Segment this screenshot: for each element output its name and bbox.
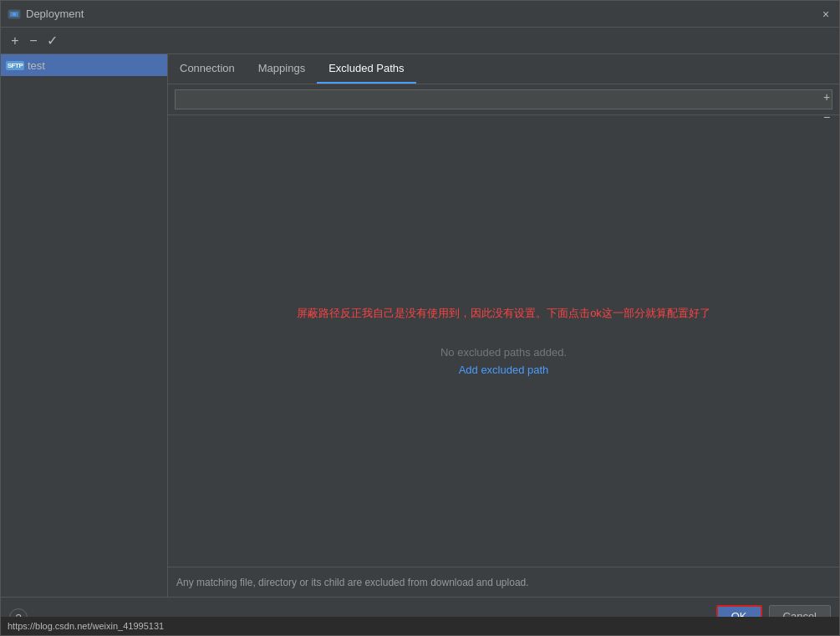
url-tooltip: https://blog.csdn.net/weixin_41995131	[1, 617, 839, 635]
remove-button[interactable]: −	[24, 32, 43, 50]
tab-mappings[interactable]: Mappings	[247, 54, 317, 84]
empty-area: 屏蔽路径反正我自己是没有使用到，因此没有设置。下面点击ok这一部分就算配置好了 …	[168, 115, 839, 567]
no-paths-text: No excluded paths added.	[440, 346, 567, 359]
bottom-bar: Any matching file, directory or its chil…	[168, 567, 839, 597]
sidebar-item-label: test	[28, 59, 45, 72]
deployment-dialog: Deployment × + − ✓ SFTP test Connection …	[0, 0, 840, 636]
tab-connection[interactable]: Connection	[168, 54, 247, 84]
annotation-text: 屏蔽路径反正我自己是没有使用到，因此没有设置。下面点击ok这一部分就算配置好了	[280, 306, 727, 321]
tab-excluded-paths[interactable]: Excluded Paths	[317, 54, 415, 84]
toolbar: + − ✓	[1, 28, 839, 54]
sidebar-item-test[interactable]: SFTP test	[1, 54, 167, 76]
bottom-bar-text: Any matching file, directory or its chil…	[176, 577, 529, 588]
dialog-title: Deployment	[26, 8, 819, 20]
path-input-row	[168, 84, 839, 115]
right-panel: Connection Mappings Excluded Paths + − 屏…	[168, 54, 839, 597]
main-content: SFTP test Connection Mappings Excluded P…	[1, 54, 839, 597]
add-excluded-path-link[interactable]: Add excluded path	[459, 364, 549, 376]
add-button[interactable]: +	[6, 32, 24, 50]
close-button[interactable]: ×	[819, 8, 832, 21]
side-buttons: + −	[814, 84, 839, 131]
excluded-paths-content: + − 屏蔽路径反正我自己是没有使用到，因此没有设置。下面点击ok这一部分就算配…	[168, 84, 839, 597]
url-text: https://blog.csdn.net/weixin_41995131	[8, 621, 164, 631]
tabs: Connection Mappings Excluded Paths	[168, 54, 839, 84]
path-input[interactable]	[175, 89, 832, 109]
sidebar: SFTP test	[1, 54, 168, 597]
svg-point-2	[13, 13, 16, 16]
title-bar: Deployment ×	[1, 1, 839, 28]
check-button[interactable]: ✓	[43, 32, 61, 50]
remove-path-side-button[interactable]: −	[817, 108, 836, 126]
add-path-side-button[interactable]: +	[817, 88, 836, 106]
sftp-icon: SFTP	[8, 58, 23, 73]
app-icon	[8, 8, 21, 21]
